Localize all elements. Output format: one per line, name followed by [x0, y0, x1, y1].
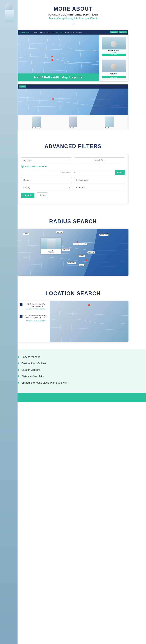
- city-zip-radius-group: City & State or Zip Radi...: [21, 170, 125, 175]
- list-per-page-dropdown[interactable]: List per page: [74, 177, 125, 183]
- location-icon-a: A: [19, 303, 22, 306]
- svg-line-3: [18, 61, 99, 65]
- strip-doc-1: Michelle Bachelet: [19, 116, 54, 128]
- svg-line-10: [76, 88, 79, 115]
- nav-services: SERVICES: [47, 32, 54, 33]
- subtitle-end: Plugin: [90, 13, 98, 16]
- doctor-strip: Michelle Bachelet Ben Cloran Sara Svenss…: [18, 115, 128, 130]
- specialty-label: Specialty: [23, 159, 32, 162]
- doctor-name-1: Michelle Bachelet: [102, 50, 126, 52]
- map-area-left: 📍 Half / Full width Map Layouts: [18, 34, 99, 82]
- order-by-dropdown[interactable]: Order By: [74, 185, 125, 190]
- order-by-label: Order By: [76, 186, 85, 189]
- reset-button[interactable]: Reset: [37, 192, 48, 198]
- feature-item-3: + Cluster Markers: [17, 368, 129, 372]
- strip-doc-name-3: Sara Svensson: [105, 127, 114, 128]
- half-full-overlay: Half / Full width Map Layouts: [18, 74, 99, 82]
- map-label-piscataway: Piscataway: [67, 262, 76, 264]
- location-icon-letter-a: A: [20, 304, 22, 306]
- radius-map-bg: Milford Wantage Parsippany-Troy Hills Mo…: [17, 229, 129, 276]
- gender-label: Gender: [23, 179, 30, 181]
- filter-row-2: City & State or Zip Radi...: [21, 170, 125, 175]
- location-text-2: 1203 Langhorne-Newtown Road, Suite 138, …: [24, 314, 48, 321]
- specialty-dropdown[interactable]: Specialty ▾: [21, 158, 72, 163]
- strip-doc-2: Ben Cloran: [55, 116, 91, 128]
- map-btn-1[interactable]: Map View: [110, 31, 118, 33]
- location-icon-b: B: [19, 315, 22, 318]
- submit-button[interactable]: Submit: [21, 192, 34, 198]
- location-text-1: 901 W Main St Suite 267, Freehold, NJ 07…: [24, 303, 48, 310]
- tab-doctors: Doctors: [19, 86, 26, 88]
- logo-part2: CURE: [24, 31, 30, 33]
- feature-plus-icon-5: +: [17, 381, 19, 385]
- doctor-name-2: Ben Cloran: [102, 72, 126, 74]
- location-mockup: A 901 W Main St Suite 267, Freehold, NJ …: [17, 301, 129, 342]
- radius-pin-1: 📍: [75, 241, 79, 245]
- map-label-newark: Newark: [79, 255, 85, 257]
- svg-line-21: [50, 313, 129, 316]
- radius-button[interactable]: Radi...: [115, 170, 125, 175]
- bottom-teal-bar: [0, 393, 146, 402]
- location-heading: LOCATION SEARCH: [3, 290, 143, 296]
- sort-by-dropdown[interactable]: Sort By ▾: [21, 185, 72, 190]
- location-map-area: 📍: [50, 301, 129, 342]
- feature-item-5: + Embed shortcode place where you want: [17, 381, 129, 385]
- location-address-2: 1203 Langhorne-Newtown Road, Suite 138, …: [24, 314, 48, 319]
- gender-dropdown[interactable]: Gender ▾: [21, 177, 72, 183]
- map-btn-2[interactable]: List View: [119, 31, 127, 33]
- nav-doctors: DOCTORS: [56, 32, 63, 33]
- map-label-morristown: Morristown: [62, 248, 70, 250]
- location-distance-2[interactable]: 9.2 miles from your location: [24, 320, 48, 321]
- search-placeholder: Search for...: [94, 159, 105, 162]
- city-zip-placeholder: City & State or Zip: [60, 172, 76, 174]
- map-mockup-half: MEDICURE HOME ABOUT SERVICES DOCTORS BLO…: [17, 30, 129, 82]
- additional-filters-toggle[interactable]: + ADDITIONAL FILTERS: [21, 165, 125, 168]
- half-full-label: Half / Full width Map Layouts: [20, 76, 97, 79]
- map-pin-main: 📍: [50, 56, 53, 59]
- section-radius-search: RADIUS SEARCH Milford Wantage Parsippany…: [0, 211, 146, 283]
- search-input[interactable]: Search for...: [74, 158, 125, 163]
- map-label-wantage: Wantage: [56, 231, 63, 233]
- specialty-arrow-icon: ▾: [69, 159, 70, 161]
- svg-line-20: [71, 301, 73, 342]
- map-mockup-full: Doctors ▸ 📍 Michelle Bachelet: [17, 84, 129, 130]
- location-distance-1[interactable]: 1.8 miles from your location: [24, 308, 48, 310]
- filter-mockup: Specialty ▾ Search for... + ADDITIONAL F…: [17, 154, 129, 204]
- sort-by-label: Sort By: [23, 186, 30, 189]
- svg-line-19: [59, 301, 61, 342]
- map-label-newyork: New York: [87, 252, 95, 254]
- additional-filters-label: ADDITIONAL FILTERS: [25, 166, 48, 168]
- svg-line-22: [50, 327, 129, 330]
- doc-profile-btn-2[interactable]: Send Profile: [102, 76, 126, 78]
- location-item-2: B 1203 Langhorne-Newtown Road, Suite 138…: [19, 314, 48, 324]
- strip-doc-img-1: [32, 116, 41, 127]
- subtitle: Advanced DOCTORS DIRECTORY Plugin: [3, 13, 143, 16]
- map-label-milford: Milford: [23, 233, 29, 235]
- svg-line-9: [58, 88, 61, 115]
- subtitle-plain: Advanced: [48, 13, 61, 16]
- svg-line-8: [38, 88, 41, 115]
- feature-text-5: Embed shortcode place where you want: [21, 381, 68, 384]
- strip-doc-3: Sara Svensson: [92, 116, 127, 128]
- subtitle-strong: DOCTORS DIRECTORY: [61, 13, 90, 16]
- nav-blog: BLOG: [65, 32, 69, 33]
- filter-row-4: Sort By ▾ Order By: [21, 185, 125, 190]
- section-location-search: LOCATION SEARCH A 901 W Main St Suite 26…: [0, 283, 146, 349]
- svg-line-13: [28, 229, 31, 276]
- plus-symbol: +: [3, 21, 143, 27]
- nav-home: HOME: [34, 32, 38, 33]
- strip-doc-img-3: [105, 116, 114, 127]
- map-top-bar: MEDICURE HOME ABOUT SERVICES DOCTORS BLO…: [18, 30, 128, 34]
- list-per-page-label: List per page: [76, 179, 88, 181]
- feature-text-4: Distance Calculator: [21, 375, 44, 378]
- map-logo: MEDICURE: [19, 31, 29, 33]
- location-item-1: A 901 W Main St Suite 267, Freehold, NJ …: [19, 303, 48, 312]
- nav-contact: CONTACT: [76, 32, 83, 33]
- svg-line-15: [61, 229, 64, 276]
- doc-profile-btn-1[interactable]: Send Profile: [102, 54, 126, 56]
- subtitle-green: Made after gathering info from real Clie…: [3, 17, 143, 20]
- feature-plus-icon-1: +: [17, 355, 19, 359]
- map-doctor-popup: Bachelet ...town, PA: [41, 238, 61, 254]
- city-zip-input[interactable]: City & State or Zip: [21, 170, 115, 175]
- advanced-filters-heading: ADVANCED FILTERS: [3, 143, 143, 150]
